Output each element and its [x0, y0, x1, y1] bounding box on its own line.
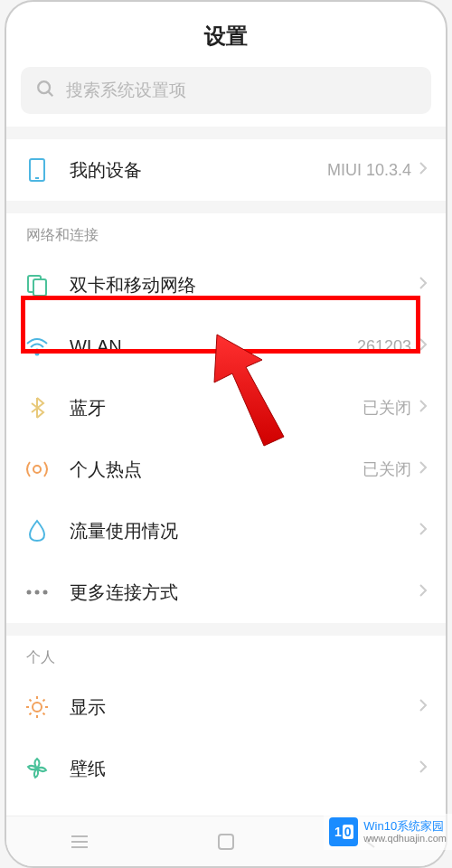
- item-label: 显示: [70, 695, 419, 720]
- divider: [6, 623, 446, 636]
- item-label: 双卡和移动网络: [70, 273, 419, 297]
- svg-point-9: [35, 590, 40, 595]
- item-display[interactable]: 显示: [6, 676, 446, 738]
- item-wallpaper[interactable]: 壁纸: [6, 738, 446, 799]
- search-row: 搜索系统设置项: [6, 67, 446, 127]
- item-value: MIUI 10.3.4: [327, 161, 411, 180]
- chevron-right-icon: [419, 337, 428, 355]
- item-more-connections[interactable]: 更多连接方式: [6, 561, 446, 623]
- item-my-device[interactable]: 我的设备 MIUI 10.3.4: [6, 139, 446, 201]
- search-placeholder: 搜索系统设置项: [66, 79, 186, 102]
- svg-line-19: [43, 700, 45, 702]
- page-header: 设置: [6, 2, 446, 67]
- device-icon: [24, 157, 50, 183]
- watermark-logo-icon: 10: [329, 817, 358, 846]
- item-label: 更多连接方式: [70, 580, 419, 605]
- svg-line-18: [30, 713, 32, 715]
- svg-rect-23: [219, 835, 233, 849]
- svg-point-11: [33, 703, 42, 712]
- divider: [6, 127, 446, 139]
- item-hotspot[interactable]: 个人热点 已关闭: [6, 439, 446, 500]
- item-label: 个人热点: [70, 458, 363, 482]
- item-label: WLAN: [70, 336, 357, 357]
- item-label: 蓝牙: [70, 396, 363, 420]
- svg-point-0: [38, 81, 50, 93]
- chevron-right-icon: [419, 522, 428, 540]
- chevron-right-icon: [419, 161, 428, 179]
- item-value: 已关闭: [363, 397, 411, 419]
- water-drop-icon: [24, 518, 50, 543]
- wifi-icon: [24, 334, 50, 359]
- item-sim[interactable]: 双卡和移动网络: [6, 254, 446, 316]
- chevron-right-icon: [419, 399, 428, 417]
- watermark-url: www.qdhuajin.com: [363, 833, 447, 844]
- phone-frame: 设置 搜索系统设置项 我的设备 MIUI 10.3.4 网络和连接: [5, 0, 447, 868]
- svg-line-1: [49, 92, 53, 97]
- watermark: 10 Win10系统家园 www.qdhuajin.com: [324, 814, 452, 850]
- item-bluetooth[interactable]: 蓝牙 已关闭: [6, 377, 446, 439]
- chevron-right-icon: [419, 276, 428, 294]
- svg-point-7: [33, 466, 41, 473]
- divider: [6, 201, 446, 213]
- chevron-right-icon: [419, 583, 428, 601]
- item-value: 261203: [357, 337, 411, 356]
- sim-icon: [24, 272, 50, 297]
- item-label: 我的设备: [70, 158, 327, 183]
- search-icon: [35, 79, 55, 102]
- svg-point-6: [36, 353, 39, 355]
- brightness-icon: [24, 694, 50, 720]
- hotspot-icon: [24, 457, 50, 482]
- chevron-right-icon: [419, 460, 428, 478]
- item-data-usage[interactable]: 流量使用情况: [6, 500, 446, 561]
- bluetooth-icon: [24, 395, 50, 420]
- settings-screen: 设置 搜索系统设置项 我的设备 MIUI 10.3.4 网络和连接: [6, 2, 446, 816]
- item-value: 已关闭: [363, 458, 411, 480]
- svg-rect-5: [33, 279, 46, 296]
- more-icon: [24, 580, 50, 605]
- item-label: 流量使用情况: [70, 519, 419, 543]
- search-input[interactable]: 搜索系统设置项: [21, 67, 431, 114]
- svg-line-16: [30, 700, 32, 702]
- nav-menu-button[interactable]: [52, 827, 107, 856]
- nav-home-button[interactable]: [199, 827, 253, 856]
- svg-point-10: [43, 590, 48, 595]
- section-header-personal: 个人: [6, 636, 446, 676]
- page-title: 设置: [6, 22, 446, 51]
- watermark-title: Win10系统家园: [363, 820, 447, 833]
- chevron-right-icon: [419, 760, 428, 778]
- section-header-network: 网络和连接: [6, 213, 446, 254]
- svg-line-17: [43, 713, 45, 715]
- item-wlan[interactable]: WLAN 261203: [6, 316, 446, 377]
- svg-point-8: [27, 590, 32, 595]
- chevron-right-icon: [419, 698, 428, 716]
- item-label: 壁纸: [70, 757, 419, 781]
- flower-icon: [24, 756, 50, 781]
